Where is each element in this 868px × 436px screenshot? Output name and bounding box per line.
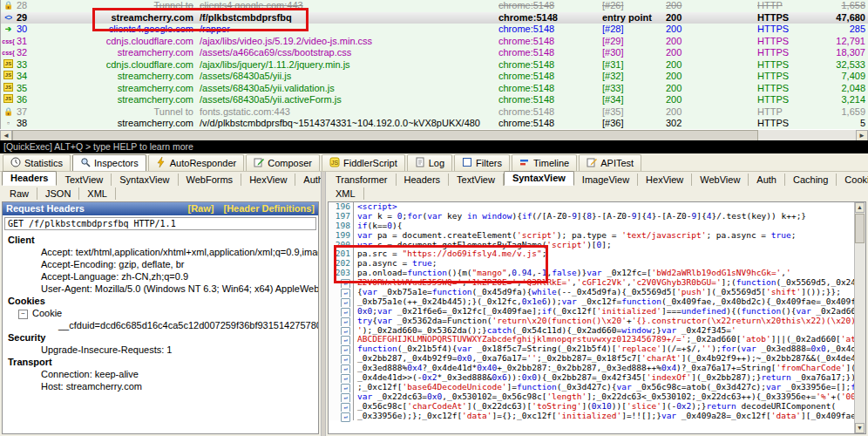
main-tab-timeline[interactable]: Timeline: [512, 154, 577, 171]
line-number: ↵: [329, 402, 354, 412]
main-tab-filters[interactable]: Filters: [454, 154, 510, 171]
lock-icon: 🔒: [1, 106, 16, 119]
session-row[interactable]: css{32streamcherry.com/assets/a466ca69/c…: [1, 47, 868, 59]
code-line: ↵;_0xc12f['base64DecodeUnicode']=functio…: [329, 383, 865, 392]
response-tab-syntaxview[interactable]: SyntaxView: [504, 171, 574, 186]
request-headers-tree[interactable]: ClientAccept: text/html,application/xhtm…: [3, 232, 318, 392]
scroll-down-arrow-icon[interactable]: ▼: [855, 423, 865, 433]
session-body-size: 3,214: [820, 94, 868, 106]
session-horizontal-scrollbar[interactable]: ◄ ►: [0, 129, 868, 141]
main-tab-inspectors[interactable]: Inspectors: [72, 154, 146, 171]
session-host: streamcherry.com: [44, 71, 197, 83]
scroll-up-arrow-icon[interactable]: ▲: [855, 202, 865, 213]
header-item[interactable]: Connection: keep-alive: [8, 368, 318, 380]
session-comment: [#34]: [595, 94, 659, 106]
session-process: chrome:5148: [492, 24, 595, 36]
session-body-size: 7,409: [820, 71, 868, 83]
session-comment: [#32]: [595, 71, 659, 83]
raw-link[interactable]: [Raw]: [187, 203, 214, 214]
line-number: ↵: [329, 364, 354, 373]
request-tab-json[interactable]: JSON: [37, 187, 79, 200]
code-line: 200var s = document.getElementsByTagName…: [329, 241, 865, 250]
session-row[interactable]: JS34streamcherry.com/assets/68430a5/yii.…: [1, 71, 868, 83]
request-tabs-row2: RawJSONXML: [0, 186, 321, 200]
header-section-title: Client: [8, 234, 318, 246]
session-row[interactable]: <>29streamcherry.com/f/plkbstcmbdprsfbqc…: [1, 12, 868, 24]
session-host: Tunnel to: [44, 106, 197, 119]
vertical-scroll-thumb[interactable]: [855, 214, 865, 243]
session-protocol: HTTPS: [750, 83, 820, 95]
css-icon: css{: [1, 36, 16, 48]
header-item[interactable]: __cfduid=dcd6c685d16c4ca5c12d007259f36bf…: [8, 319, 318, 331]
request-tab-hexview[interactable]: HexView: [241, 174, 295, 186]
session-row[interactable]: ➔30clients4.google.com/rapporchrome:5148…: [1, 24, 868, 36]
header-definitions-link[interactable]: [Header Definitions]: [223, 203, 315, 214]
main-tab-label: FiddlerScript: [343, 158, 397, 168]
header-item[interactable]: Upgrade-Insecure-Requests: 1: [8, 344, 318, 356]
main-tab-statistics[interactable]: Statistics: [3, 154, 71, 171]
header-item[interactable]: Accept-Language: zh-CN,zh;q=0.9: [8, 270, 318, 283]
response-syntaxview-panel: 196<script>197var k = 0;for(var key in w…: [328, 201, 866, 434]
response-tab-caching[interactable]: Caching: [785, 174, 837, 186]
session-protocol: HTTP: [750, 106, 820, 119]
session-number: 36: [16, 94, 44, 106]
code-vertical-scrollbar[interactable]: ▲ ▼: [854, 202, 865, 433]
response-tab-hexview[interactable]: HexView: [638, 174, 692, 186]
session-url: /f/plkbstcmbdprsfbq: [197, 12, 492, 24]
session-row[interactable]: JS33cdnjs.cloudflare.com/ajax/libs/jquer…: [1, 59, 868, 72]
session-process: chrome:5148: [492, 59, 595, 72]
quickexec-bar[interactable]: [QuickExec] ALT+Q > type HELP to learn m…: [0, 140, 868, 153]
response-tab-cookies[interactable]: Cookies: [837, 174, 868, 186]
collapse-icon[interactable]: −: [18, 310, 28, 319]
main-tab-autoresponder[interactable]: AutoResponder: [148, 154, 244, 171]
request-tab-raw[interactable]: Raw: [2, 187, 37, 200]
session-host: streamcherry.com: [44, 118, 197, 129]
session-protocol: HTTPS: [750, 59, 820, 72]
syntaxview-code[interactable]: 196<script>197var k = 0;for(var key in w…: [329, 202, 865, 433]
line-number: ↵: [329, 412, 354, 421]
response-tab-auth[interactable]: Auth: [749, 174, 785, 186]
session-row[interactable]: 🔒37Tunnel tofonts.gstatic.com:443chrome:…: [1, 106, 868, 119]
main-tab-apitest[interactable]: APITest: [579, 154, 641, 171]
page-icon: ▫: [1, 118, 16, 129]
response-tab-textview[interactable]: TextView: [449, 174, 504, 186]
header-item[interactable]: −Cookie: [8, 307, 318, 319]
js-icon: JS: [1, 83, 16, 95]
code-line: ↵_0x2bb287,_0x4b92f9=0x0,_0xa76a17='';_0…: [329, 354, 865, 364]
request-line[interactable]: GET /f/plkbstcmbdprsfbq HTTP/1.1: [4, 217, 316, 230]
header-item[interactable]: User-Agent: Mozilla/5.0 (Windows NT 6.3;…: [8, 283, 318, 295]
session-host: clients4.google.com: [44, 24, 197, 36]
session-row[interactable]: ▫38streamcherry.com/v/d/plkbstcmbdprsfbq…: [1, 118, 868, 129]
session-row[interactable]: 🔒28Tunnel toclients4.google.com:443chrom…: [1, 0, 868, 12]
response-tab-webview[interactable]: WebView: [692, 174, 749, 186]
request-tab-headers[interactable]: Headers: [2, 171, 57, 186]
request-tab-syntaxview[interactable]: SyntaxView: [112, 174, 178, 186]
header-item[interactable]: Host: streamcherry.com: [8, 380, 318, 392]
request-tab-xml[interactable]: XML: [79, 187, 116, 200]
header-section-title: Security: [8, 331, 318, 344]
session-list[interactable]: 🔒28Tunnel toclients4.google.com:443chrom…: [0, 0, 868, 129]
main-tab-log[interactable]: Log: [407, 154, 452, 171]
code-line: ↵try{var _0x5362da=Function('return\x20(…: [329, 317, 865, 326]
session-row[interactable]: JS35streamcherry.com/assets/68430a5/yii.…: [1, 83, 868, 95]
response-tab-headers[interactable]: Headers: [397, 174, 450, 186]
header-item[interactable]: Accept-Encoding: gzip, deflate, br: [8, 258, 318, 270]
request-tab-webforms[interactable]: WebForms: [179, 174, 242, 186]
response-tab-transformer[interactable]: Transformer: [328, 174, 397, 186]
main-tab-fiddlerscript[interactable]: JSFiddlerScript: [322, 154, 405, 171]
response-tab-xml[interactable]: XML: [328, 187, 364, 200]
session-row[interactable]: css{31cdnjs.cloudflare.com/ajax/libs/vid…: [1, 36, 868, 48]
response-tab-imageview[interactable]: ImageView: [574, 174, 638, 186]
session-body-size: 1,658: [820, 0, 868, 12]
js-icon: JS: [1, 71, 16, 83]
session-host: cdnjs.cloudflare.com: [44, 36, 197, 48]
header-item[interactable]: Accept: text/html,application/xhtml+xml,…: [8, 246, 318, 258]
request-tab-textview[interactable]: TextView: [57, 174, 112, 186]
session-number: 37: [16, 106, 44, 119]
js-icon: JS: [1, 94, 16, 106]
main-tab-composer[interactable]: Composer: [246, 154, 320, 171]
session-row[interactable]: JS36streamcherry.com/assets/68430a5/yii.…: [1, 94, 868, 106]
session-host: streamcherry.com: [44, 94, 197, 106]
request-headers-titlebar: Request Headers [Raw] [Header Definition…: [3, 202, 318, 215]
session-result: 200: [659, 106, 750, 119]
